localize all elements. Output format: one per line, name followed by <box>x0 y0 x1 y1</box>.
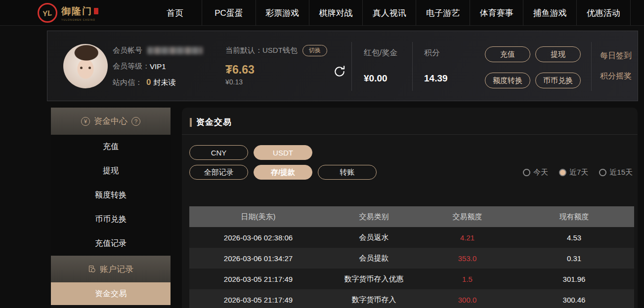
sidebar-item-withdraw[interactable]: 提现 <box>51 159 171 183</box>
sidebar-item-deposit-records[interactable]: 充值记录 <box>51 231 171 256</box>
wallet-action-buttons: 充值 提现 额度转换 币币兑换 <box>485 46 581 88</box>
crypto-exchange-button[interactable]: 币币兑换 <box>535 73 581 88</box>
sidebar-item-quota-transfer[interactable]: 额度转换 <box>51 183 171 207</box>
tab-cny[interactable]: CNY <box>189 145 248 160</box>
bonus-block: 红包/奖金 ¥0.00 <box>364 48 397 84</box>
sidebar-item-deposit[interactable]: 充值 <box>51 135 171 159</box>
refresh-icon <box>333 65 346 78</box>
col-header-amount: 交易额度 <box>421 212 514 222</box>
title-accent-bar <box>190 118 192 127</box>
main-menu: 首页 PC蛋蛋 彩票游戏 棋牌对战 真人视讯 电子游艺 体育赛事 捕鱼游戏 优惠… <box>148 0 644 26</box>
fund-transactions-panel: 资金交易 CNY USDT 全部记录 存/提款 转账 今天 近7天 近15天 日… <box>182 108 638 308</box>
radio-last-7-days[interactable]: 近7天 <box>559 168 588 177</box>
nav-item-promotions[interactable]: 优惠活动 <box>576 0 630 26</box>
points-value: 14.39 <box>424 73 448 84</box>
nav-item-home[interactable]: 首页 <box>148 0 202 26</box>
radio-icon <box>523 169 530 176</box>
account-records-title: 账户记录 <box>100 264 133 275</box>
cell-date: 2026-03-05 21:17:49 <box>189 275 327 283</box>
cell-type: 会员返水 <box>327 233 421 242</box>
col-header-type: 交易类别 <box>327 212 421 222</box>
logo-text-wrap: 御隆门 YULONGMEN CASINO <box>61 5 98 21</box>
wallet-label-row: 当前默认：USDT钱包 切换 <box>225 45 327 56</box>
cell-date: 2026-03-06 02:38:06 <box>189 233 327 242</box>
nav-item-app-truncated[interactable]: A <box>630 0 644 26</box>
withdraw-button[interactable]: 提现 <box>535 46 581 62</box>
cell-date: 2026-03-06 01:34:27 <box>189 254 327 263</box>
tab-deposit-withdraw[interactable]: 存/提款 <box>254 165 312 180</box>
logo-seal-icon <box>94 8 98 14</box>
daily-links-block: 每日签到 积分摇奖 <box>600 51 632 81</box>
tab-all-records[interactable]: 全部记录 <box>189 165 248 180</box>
transactions-table: 日期(美东) 交易类别 交易额度 现有额度 2026-03-06 02:38:0… <box>189 206 634 308</box>
sidebar-item-fund-transactions[interactable]: 资金交易 <box>51 282 171 305</box>
logo-monogram: YL <box>42 8 52 18</box>
yuan-circle-icon: ¥ <box>81 117 90 126</box>
cell-amount: 353.0 <box>421 254 514 263</box>
cell-balance: 300.46 <box>514 296 634 304</box>
cell-date: 2026-03-05 21:17:49 <box>189 296 327 304</box>
cell-type: 数字货币存入优惠 <box>327 274 421 284</box>
nav-item-slots[interactable]: 电子游艺 <box>416 0 469 26</box>
page-title: 资金交易 <box>196 116 232 128</box>
member-level-row: 会员等级： VIP1 <box>113 62 203 71</box>
inbox-suffix: 封未读 <box>153 78 175 87</box>
tab-usdt[interactable]: USDT <box>254 145 312 160</box>
sidebar-item-crypto-exchange[interactable]: 币币兑换 <box>51 207 171 231</box>
radio-icon-selected <box>559 169 566 176</box>
nav-item-live-casino[interactable]: 真人视讯 <box>362 0 416 26</box>
refresh-balance-button[interactable] <box>333 65 346 78</box>
divider <box>591 42 592 91</box>
nav-item-lottery[interactable]: 彩票游戏 <box>256 0 309 26</box>
tab-transfer[interactable]: 转账 <box>318 165 377 180</box>
sidebar-section-account-records[interactable]: 账户记录 <box>51 256 171 282</box>
table-header-row: 日期(美东) 交易类别 交易额度 现有额度 <box>189 206 634 227</box>
sidebar-section-funds-center[interactable]: ¥ 资金中心 ? <box>51 108 171 135</box>
table-row: 2026-03-06 01:34:27 会员提款 353.0 0.31 <box>189 248 634 269</box>
member-level-value: VIP1 <box>150 62 166 71</box>
table-row: 2026-03-05 21:17:49 数字货币存入 300.0 300.46 <box>189 289 634 308</box>
switch-wallet-button[interactable]: 切换 <box>302 45 327 56</box>
account-number-row: 会员帐号 <box>113 46 203 55</box>
radio-last-15-days[interactable]: 近15天 <box>599 168 633 177</box>
date-range-filters: 今天 近7天 近15天 <box>523 168 633 177</box>
inbox-row[interactable]: 站内信： 0 封未读 <box>113 77 203 87</box>
quota-transfer-button[interactable]: 额度转换 <box>485 73 530 88</box>
help-icon[interactable]: ? <box>131 117 140 126</box>
account-number-label: 会员帐号 <box>113 46 142 55</box>
user-avatar[interactable] <box>63 44 108 88</box>
cell-amount: 1.5 <box>421 275 514 283</box>
inbox-unread-count: 0 <box>146 77 151 87</box>
sidebar-next-item-cutoff <box>51 306 171 308</box>
divider <box>351 42 352 91</box>
ledger-icon <box>88 265 96 273</box>
nav-item-sports[interactable]: 体育赛事 <box>470 0 523 26</box>
sidebar: ¥ 资金中心 ? 充值 提现 额度转换 币币兑换 充值记录 账户记录 资金交易 <box>51 108 171 308</box>
usdt-balance: ₮6.63 <box>225 63 327 77</box>
logo-dragon-icon: YL <box>38 3 57 23</box>
radio-icon <box>599 169 606 176</box>
nav-item-pcdandan[interactable]: PC蛋蛋 <box>202 0 255 26</box>
account-info-block: 会员帐号 会员等级： VIP1 站内信： 0 封未读 <box>113 46 203 87</box>
points-lottery-link[interactable]: 积分摇奖 <box>600 71 632 81</box>
cell-amount: 300.0 <box>421 296 514 304</box>
title-divider <box>182 134 638 135</box>
cell-amount: 4.21 <box>421 233 514 242</box>
cell-balance: 301.96 <box>514 275 634 283</box>
daily-signin-link[interactable]: 每日签到 <box>600 51 632 61</box>
nav-item-boardgames[interactable]: 棋牌对战 <box>309 0 362 26</box>
account-number-blurred <box>147 47 203 54</box>
logo-title: 御隆门 <box>61 5 98 18</box>
wallet-block: 当前默认：USDT钱包 切换 ₮6.63 ¥0.13 <box>225 45 327 86</box>
user-info-panel: 会员帐号 会员等级： VIP1 站内信： 0 封未读 当前默认：USDT钱包 切… <box>47 31 638 101</box>
cell-type: 会员提款 <box>327 254 421 263</box>
bonus-value: ¥0.00 <box>364 73 397 84</box>
deposit-button[interactable]: 充值 <box>485 46 530 62</box>
record-type-tabs: 全部记录 存/提款 转账 <box>189 165 377 180</box>
site-logo[interactable]: YL 御隆门 YULONGMEN CASINO <box>38 2 98 24</box>
radio-7days-label: 近7天 <box>569 168 588 177</box>
radio-today[interactable]: 今天 <box>523 168 548 177</box>
nav-item-fishing[interactable]: 捕鱼游戏 <box>523 0 576 26</box>
funds-center-title: 资金中心 <box>94 116 128 127</box>
table-row: 2026-03-05 21:17:49 数字货币存入优惠 1.5 301.96 <box>189 269 634 289</box>
